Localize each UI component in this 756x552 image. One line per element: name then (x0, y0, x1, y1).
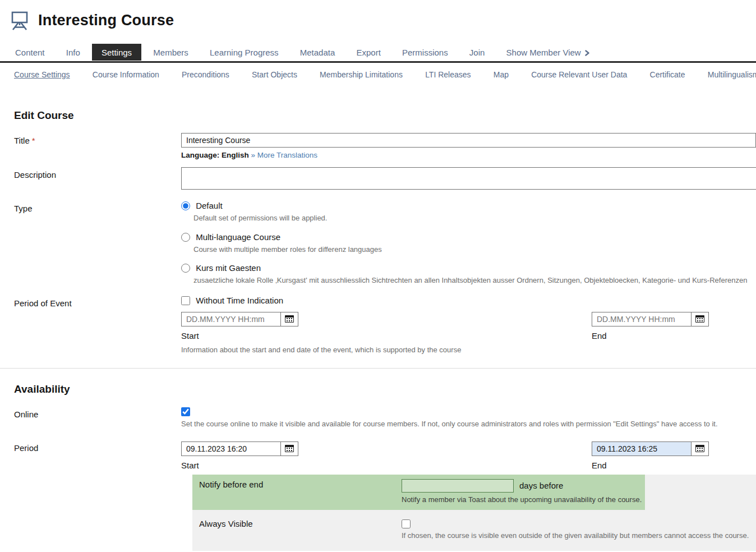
course-board-icon (8, 9, 30, 31)
edit-course-heading: Edit Course (14, 109, 756, 122)
availability-end-calendar-button[interactable] (691, 441, 709, 456)
title-input[interactable] (181, 133, 756, 148)
availability-sub-block: Notify before end days before Notify a m… (192, 475, 756, 551)
without-time-indication-labelwrap: Without Time Indication (181, 296, 283, 305)
tab-info[interactable]: Info (57, 44, 90, 61)
subtab-preconditions[interactable]: Preconditions (182, 70, 229, 79)
calendar-icon (285, 315, 294, 323)
subtab-map[interactable]: Map (494, 70, 509, 79)
availability-start-calendar-button[interactable] (280, 441, 298, 456)
notify-before-end-row: Notify before end days before Notify a m… (192, 475, 645, 510)
subtab-membership-limitations[interactable]: Membership Limitations (320, 70, 403, 79)
type-option-guests: Kurs mit Gaesten zusaetzliche lokale Rol… (181, 263, 756, 286)
required-asterisk: * (32, 136, 35, 145)
type-option-default: Default Default set of permissions will … (181, 201, 756, 223)
page-title: Interesting Course (38, 12, 174, 29)
availability-date-line: Start End (181, 441, 756, 470)
availability-period-row: Period Start End (0, 440, 756, 470)
event-end-group: End (592, 312, 709, 341)
tab-bar: Content Info Settings Members Learning P… (0, 44, 756, 63)
calendar-icon (695, 315, 704, 323)
notify-before-end-suffix: days before (519, 481, 563, 490)
event-start-input[interactable] (181, 312, 281, 326)
page-header: Interesting Course (0, 0, 756, 31)
type-option-default-label: Default (196, 201, 223, 210)
description-row: Description (0, 167, 756, 190)
description-label: Description (0, 167, 181, 180)
without-time-indication-label: Without Time Indication (196, 296, 283, 305)
notify-before-end-label: Notify before end (192, 479, 402, 489)
tab-join[interactable]: Join (460, 44, 495, 61)
tab-show-member-view-label: Show Member View (506, 48, 581, 57)
tab-content[interactable]: Content (6, 44, 54, 61)
tab-export[interactable]: Export (347, 44, 390, 61)
always-visible-checkbox[interactable] (402, 519, 411, 528)
type-option-multilanguage-label: Multi-language Course (196, 232, 280, 242)
type-row: Type Default Default set of permissions … (0, 201, 756, 286)
period-of-event-label: Period of Event (0, 296, 181, 308)
more-translations-link[interactable]: » More Translations (251, 151, 318, 159)
type-option-default-labelwrap: Default (181, 201, 223, 210)
availability-start-input[interactable] (181, 441, 281, 456)
type-option-guests-labelwrap: Kurs mit Gaesten (181, 263, 261, 273)
chevron-right-icon (584, 48, 590, 58)
subtab-course-settings[interactable]: Course Settings (14, 70, 70, 79)
type-radio-guests[interactable] (181, 264, 190, 273)
subtab-certificate[interactable]: Certificate (650, 70, 685, 79)
always-visible-row: Always Visible If chosen, the course is … (192, 510, 756, 551)
notify-before-end-byline: Notify a member via Toast about the upco… (402, 495, 645, 505)
availability-period-label: Period (0, 440, 181, 453)
online-byline: Set the course online to make it visible… (181, 419, 756, 429)
always-visible-label: Always Visible (192, 519, 402, 528)
type-option-multilanguage-byline: Course with multiple member roles for di… (193, 245, 756, 255)
event-end-calendar-button[interactable] (691, 312, 709, 326)
language-line: Language: English » More Translations (181, 151, 756, 159)
type-radio-multilanguage[interactable] (181, 233, 190, 242)
type-option-guests-byline: zusaetzliche lokale Rolle ‚Kursgast' mit… (193, 275, 756, 286)
without-time-indication-checkbox[interactable] (181, 296, 190, 305)
tab-learning-progress[interactable]: Learning Progress (200, 44, 288, 61)
availability-end-input[interactable] (592, 441, 692, 456)
availability-end-sublabel: End (592, 461, 709, 470)
subtab-course-information[interactable]: Course Information (93, 70, 159, 79)
always-visible-byline: If chosen, the course is visible even ou… (402, 531, 756, 541)
subtab-course-relevant-user-data[interactable]: Course Relevant User Data (531, 70, 627, 79)
calendar-icon (285, 445, 294, 452)
language-label: Language: English (181, 151, 249, 159)
availability-start-sublabel: Start (181, 461, 299, 470)
subtab-multilingualism[interactable]: Multilingualism (708, 70, 756, 79)
title-row: Title* Language: English » More Translat… (0, 133, 756, 159)
event-start-group: Start (181, 312, 299, 341)
event-date-line: Start End (181, 312, 756, 341)
title-label-text: Title (14, 136, 30, 145)
type-option-multilanguage-labelwrap: Multi-language Course (181, 232, 280, 242)
type-label: Type (0, 201, 181, 213)
event-end-input[interactable] (592, 312, 692, 326)
event-start-sublabel: Start (181, 331, 299, 341)
event-end-sublabel: End (592, 331, 709, 341)
online-row: Online Set the course online to make it … (0, 407, 756, 429)
subtab-lti-releases[interactable]: LTI Releases (425, 70, 471, 79)
notify-before-end-input[interactable] (402, 479, 514, 493)
type-option-default-byline: Default set of permissions will be appli… (193, 213, 756, 223)
online-label: Online (0, 407, 181, 419)
description-textarea[interactable] (181, 167, 756, 190)
type-option-multilanguage: Multi-language Course Course with multip… (181, 232, 756, 255)
tab-settings[interactable]: Settings (92, 44, 141, 61)
event-start-calendar-button[interactable] (280, 312, 298, 326)
type-radio-default[interactable] (181, 201, 190, 210)
tab-members[interactable]: Members (144, 44, 198, 61)
calendar-icon (695, 445, 704, 452)
title-label: Title* (0, 133, 181, 145)
subtab-start-objects[interactable]: Start Objects (252, 70, 297, 79)
tab-permissions[interactable]: Permissions (393, 44, 458, 61)
availability-start-group: Start (181, 441, 299, 470)
section-divider (0, 368, 756, 369)
online-checkbox[interactable] (181, 407, 190, 416)
type-option-guests-label: Kurs mit Gaesten (196, 263, 261, 273)
period-of-event-byline: Information about the start and end date… (181, 345, 756, 355)
tab-metadata[interactable]: Metadata (291, 44, 345, 61)
period-of-event-row: Period of Event Without Time Indication … (0, 296, 756, 355)
tab-show-member-view[interactable]: Show Member View (497, 44, 600, 61)
availability-end-group: End (592, 441, 709, 470)
